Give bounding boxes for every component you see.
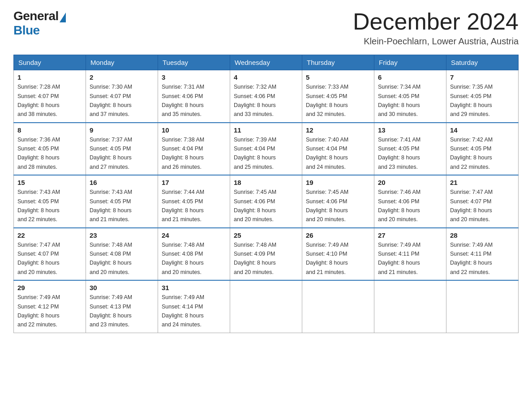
calendar-day-cell: 22 Sunrise: 7:47 AMSunset: 4:07 PMDaylig… [14,228,86,281]
weekday-header-saturday: Saturday [446,55,519,70]
weekday-header-tuesday: Tuesday [158,55,230,70]
day-number: 18 [234,179,298,186]
day-number: 11 [234,126,298,134]
day-number: 23 [90,231,154,239]
empty-cell [446,280,519,333]
day-number: 2 [90,73,154,81]
logo-blue: Blue [13,23,40,38]
calendar-day-cell: 15 Sunrise: 7:43 AMSunset: 4:05 PMDaylig… [14,175,86,228]
day-number: 20 [378,179,442,186]
weekday-header-friday: Friday [374,55,446,70]
calendar-day-cell: 26 Sunrise: 7:49 AMSunset: 4:10 PMDaylig… [302,228,374,281]
logo-general: General [13,9,59,23]
calendar-day-cell: 19 Sunrise: 7:45 AMSunset: 4:06 PMDaylig… [302,175,374,228]
day-info: Sunrise: 7:44 AMSunset: 4:05 PMDaylight:… [162,189,204,223]
calendar-day-cell: 9 Sunrise: 7:37 AMSunset: 4:05 PMDayligh… [86,123,158,176]
day-info: Sunrise: 7:47 AMSunset: 4:07 PMDaylight:… [450,189,493,223]
calendar-day-cell: 18 Sunrise: 7:45 AMSunset: 4:06 PMDaylig… [230,175,302,228]
calendar-week-row: 1 Sunrise: 7:28 AMSunset: 4:07 PMDayligh… [14,70,519,123]
empty-cell [302,280,374,333]
day-info: Sunrise: 7:36 AMSunset: 4:05 PMDaylight:… [17,137,60,170]
calendar-day-cell: 10 Sunrise: 7:38 AMSunset: 4:04 PMDaylig… [158,123,230,176]
calendar-week-row: 29 Sunrise: 7:49 AMSunset: 4:12 PMDaylig… [14,280,519,333]
calendar-day-cell: 14 Sunrise: 7:42 AMSunset: 4:05 PMDaylig… [446,123,519,176]
day-info: Sunrise: 7:30 AMSunset: 4:07 PMDaylight:… [90,84,132,117]
calendar-day-cell: 30 Sunrise: 7:49 AMSunset: 4:13 PMDaylig… [86,280,158,333]
day-info: Sunrise: 7:45 AMSunset: 4:06 PMDaylight:… [306,189,348,223]
day-number: 14 [450,126,515,134]
day-info: Sunrise: 7:42 AMSunset: 4:05 PMDaylight:… [450,137,493,170]
day-info: Sunrise: 7:49 AMSunset: 4:11 PMDaylight:… [378,242,420,275]
subtitle: Klein-Poechlarn, Lower Austria, Austria [353,36,519,47]
day-number: 3 [162,73,226,81]
calendar-day-cell: 6 Sunrise: 7:34 AMSunset: 4:05 PMDayligh… [374,70,446,123]
day-info: Sunrise: 7:49 AMSunset: 4:11 PMDaylight:… [450,242,493,275]
calendar-week-row: 22 Sunrise: 7:47 AMSunset: 4:07 PMDaylig… [14,228,519,281]
day-number: 31 [162,284,226,291]
calendar-week-row: 8 Sunrise: 7:36 AMSunset: 4:05 PMDayligh… [14,123,519,176]
day-info: Sunrise: 7:49 AMSunset: 4:10 PMDaylight:… [306,242,348,275]
calendar-day-cell: 3 Sunrise: 7:31 AMSunset: 4:06 PMDayligh… [158,70,230,123]
weekday-header-thursday: Thursday [302,55,374,70]
day-number: 25 [234,231,298,239]
calendar-week-row: 15 Sunrise: 7:43 AMSunset: 4:05 PMDaylig… [14,175,519,228]
calendar-day-cell: 16 Sunrise: 7:43 AMSunset: 4:05 PMDaylig… [86,175,158,228]
day-info: Sunrise: 7:48 AMSunset: 4:08 PMDaylight:… [162,242,204,275]
day-info: Sunrise: 7:33 AMSunset: 4:05 PMDaylight:… [306,84,348,117]
calendar-header-row: SundayMondayTuesdayWednesdayThursdayFrid… [14,55,519,70]
calendar-day-cell: 5 Sunrise: 7:33 AMSunset: 4:05 PMDayligh… [302,70,374,123]
day-number: 1 [17,73,82,81]
day-info: Sunrise: 7:45 AMSunset: 4:06 PMDaylight:… [234,189,276,223]
day-info: Sunrise: 7:34 AMSunset: 4:05 PMDaylight:… [378,84,420,117]
empty-cell [374,280,446,333]
calendar-day-cell: 17 Sunrise: 7:44 AMSunset: 4:05 PMDaylig… [158,175,230,228]
day-number: 6 [378,73,442,81]
calendar-day-cell: 12 Sunrise: 7:40 AMSunset: 4:04 PMDaylig… [302,123,374,176]
day-info: Sunrise: 7:37 AMSunset: 4:05 PMDaylight:… [90,137,132,170]
day-info: Sunrise: 7:47 AMSunset: 4:07 PMDaylight:… [17,242,60,275]
calendar-day-cell: 20 Sunrise: 7:46 AMSunset: 4:06 PMDaylig… [374,175,446,228]
day-number: 4 [234,73,298,81]
calendar-day-cell: 4 Sunrise: 7:32 AMSunset: 4:06 PMDayligh… [230,70,302,123]
day-info: Sunrise: 7:48 AMSunset: 4:09 PMDaylight:… [234,242,276,275]
day-info: Sunrise: 7:35 AMSunset: 4:05 PMDaylight:… [450,84,493,117]
day-info: Sunrise: 7:43 AMSunset: 4:05 PMDaylight:… [17,189,60,223]
day-info: Sunrise: 7:46 AMSunset: 4:06 PMDaylight:… [378,189,420,223]
day-number: 26 [306,231,370,239]
weekday-header-monday: Monday [86,55,158,70]
calendar-day-cell: 29 Sunrise: 7:49 AMSunset: 4:12 PMDaylig… [14,280,86,333]
calendar-day-cell: 2 Sunrise: 7:30 AMSunset: 4:07 PMDayligh… [86,70,158,123]
weekday-header-sunday: Sunday [14,55,86,70]
day-info: Sunrise: 7:49 AMSunset: 4:13 PMDaylight:… [90,294,132,328]
day-info: Sunrise: 7:49 AMSunset: 4:14 PMDaylight:… [162,294,204,328]
day-number: 8 [17,126,82,134]
day-number: 12 [306,126,370,134]
title-area: December 2024 Klein-Poechlarn, Lower Aus… [353,9,519,47]
day-info: Sunrise: 7:39 AMSunset: 4:04 PMDaylight:… [234,137,276,170]
day-number: 21 [450,179,515,186]
day-info: Sunrise: 7:28 AMSunset: 4:07 PMDaylight:… [17,84,60,117]
calendar-day-cell: 31 Sunrise: 7:49 AMSunset: 4:14 PMDaylig… [158,280,230,333]
weekday-header-wednesday: Wednesday [230,55,302,70]
logo: General Blue [13,9,66,38]
empty-cell [230,280,302,333]
day-number: 16 [90,179,154,186]
day-number: 15 [17,179,82,186]
day-info: Sunrise: 7:41 AMSunset: 4:05 PMDaylight:… [378,137,420,170]
day-number: 22 [17,231,82,239]
calendar-day-cell: 7 Sunrise: 7:35 AMSunset: 4:05 PMDayligh… [446,70,519,123]
calendar-day-cell: 28 Sunrise: 7:49 AMSunset: 4:11 PMDaylig… [446,228,519,281]
day-number: 28 [450,231,515,239]
calendar-day-cell: 25 Sunrise: 7:48 AMSunset: 4:09 PMDaylig… [230,228,302,281]
calendar-day-cell: 8 Sunrise: 7:36 AMSunset: 4:05 PMDayligh… [14,123,86,176]
day-info: Sunrise: 7:49 AMSunset: 4:12 PMDaylight:… [17,294,60,328]
calendar-day-cell: 13 Sunrise: 7:41 AMSunset: 4:05 PMDaylig… [374,123,446,176]
calendar-table: SundayMondayTuesdayWednesdayThursdayFrid… [13,55,519,333]
day-number: 17 [162,179,226,186]
day-info: Sunrise: 7:38 AMSunset: 4:04 PMDaylight:… [162,137,204,170]
calendar-day-cell: 23 Sunrise: 7:48 AMSunset: 4:08 PMDaylig… [86,228,158,281]
page-title: December 2024 [353,9,519,34]
calendar-day-cell: 24 Sunrise: 7:48 AMSunset: 4:08 PMDaylig… [158,228,230,281]
day-number: 27 [378,231,442,239]
day-number: 30 [90,284,154,291]
